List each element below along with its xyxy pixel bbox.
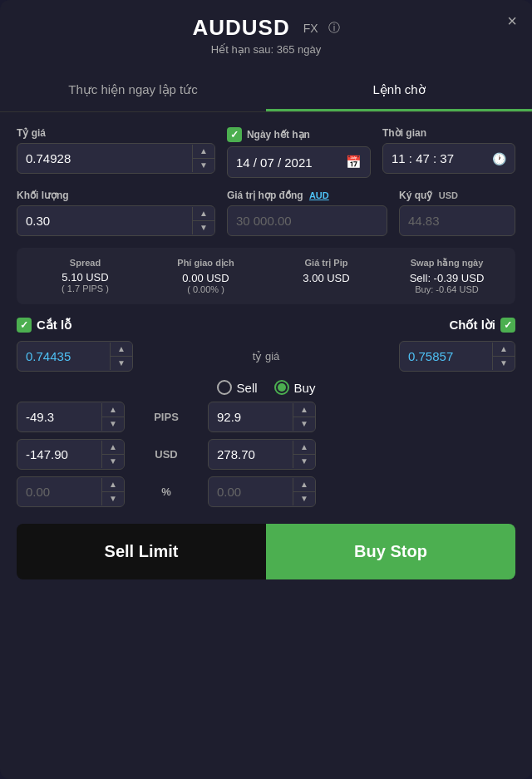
pip-value: 3.00 USD — [266, 272, 387, 284]
kyquy-input[interactable] — [399, 205, 515, 236]
form-body: Tỷ giá ▲ ▼ Ngày hết hạn 14 / 07 / 2021 — [0, 112, 532, 594]
sell-option[interactable]: Sell — [217, 380, 258, 395]
modal-header: AUDUSD FX ⓘ Hết hạn sau: 365 ngày × — [0, 0, 532, 62]
tygiai-stepper: ▲ ▼ — [192, 145, 214, 172]
pct-right-down[interactable]: ▼ — [293, 492, 315, 505]
tp-up[interactable]: ▲ — [493, 343, 515, 356]
sell-buy-row: Sell Buy — [17, 380, 515, 395]
usd-right-up[interactable]: ▲ — [293, 441, 315, 454]
tab-pending[interactable]: Lệnh chờ — [266, 71, 532, 111]
stat-swap: Swap hằng ngày Sell: -0.39 USD Buy: -0.6… — [387, 258, 507, 294]
pct-left-input[interactable] — [17, 477, 101, 506]
tygiai-up[interactable]: ▲ — [193, 145, 214, 158]
sl-checkbox[interactable] — [17, 318, 32, 333]
usd-right-down[interactable]: ▼ — [293, 455, 315, 468]
thoigian-group: Thời gian 11 : 47 : 37 🕐 — [382, 127, 515, 174]
pct-right-up[interactable]: ▲ — [293, 478, 315, 491]
kyquy-group: Ký quỹ USD — [399, 190, 515, 236]
buy-label: Buy — [294, 381, 316, 395]
clock-icon: 🕐 — [492, 152, 506, 165]
swap-sell: Sell: -0.39 USD — [387, 272, 507, 284]
tp-checkbox[interactable] — [500, 318, 515, 333]
tp-input-group: ▲ ▼ — [399, 341, 515, 372]
khoi-input[interactable] — [17, 206, 192, 235]
usd-left-group: ▲ ▼ — [17, 439, 125, 470]
pips-row: ▲ ▼ PIPS ▲ ▼ — [17, 402, 515, 432]
sl-stepper: ▲ ▼ — [110, 343, 132, 370]
ngay-input-box[interactable]: 14 / 07 / 2021 📅 — [227, 146, 371, 178]
tygiai-input[interactable] — [17, 144, 192, 173]
ngay-label: Ngày hết hạn — [247, 129, 310, 141]
khoi-up[interactable]: ▲ — [193, 207, 214, 220]
sell-label: Sell — [237, 381, 258, 395]
usd-center-label: USD — [133, 448, 200, 461]
giahop-label: Giá trị hợp đồng AUD — [227, 190, 387, 201]
ngay-checkbox[interactable] — [227, 127, 242, 142]
calendar-icon: 📅 — [346, 155, 362, 170]
sl-down[interactable]: ▼ — [111, 357, 132, 370]
sl-label-text: Cắt lỗ — [37, 318, 71, 333]
tygiai-input-stepper: ▲ ▼ — [17, 143, 215, 174]
pct-right-input[interactable] — [209, 477, 293, 506]
khoi-stepper-btns: ▲ ▼ — [192, 207, 214, 234]
buy-radio[interactable] — [274, 380, 289, 395]
pct-left-down[interactable]: ▼ — [102, 492, 124, 505]
sell-limit-button[interactable]: Sell Limit — [17, 524, 266, 579]
pct-left-group: ▲ ▼ — [17, 476, 125, 507]
kyquy-label: Ký quỹ USD — [399, 190, 515, 201]
spread-value: 5.10 USD — [25, 271, 145, 283]
swap-buy: Buy: -0.64 USD — [387, 284, 507, 294]
pct-right-stepper: ▲ ▼ — [293, 478, 315, 505]
pct-left-stepper: ▲ ▼ — [101, 478, 124, 505]
pct-left-up[interactable]: ▲ — [102, 478, 124, 491]
sl-tp-center-label: tỷ giá — [141, 350, 391, 362]
giahop-currency[interactable]: AUD — [309, 190, 329, 200]
khoi-down[interactable]: ▼ — [193, 221, 214, 234]
stats-row: Spread 5.10 USD ( 1.7 PIPS ) Phí giao dị… — [17, 248, 515, 304]
usd-left-down[interactable]: ▼ — [102, 455, 124, 468]
pips-right-stepper: ▲ ▼ — [293, 403, 315, 431]
pips-right-down[interactable]: ▼ — [293, 417, 315, 431]
tab-bar: Thực hiện ngay lập tức Lệnh chờ — [0, 71, 532, 112]
sell-radio[interactable] — [217, 380, 232, 395]
fx-badge: FX — [303, 22, 318, 35]
usd-left-up[interactable]: ▲ — [102, 441, 124, 454]
pips-center-label: PIPS — [133, 411, 200, 423]
tygiai-down[interactable]: ▼ — [193, 159, 214, 172]
tp-down[interactable]: ▼ — [493, 357, 515, 370]
tab-immediate[interactable]: Thực hiện ngay lập tức — [0, 71, 266, 111]
stat-pip: Giá trị Pip 3.00 USD — [266, 258, 387, 294]
pct-center-label: % — [133, 486, 200, 498]
pips-left-up[interactable]: ▲ — [102, 403, 124, 417]
giahop-input[interactable] — [227, 205, 387, 236]
tygiai-label: Tỷ giá — [17, 127, 215, 139]
buy-stop-button[interactable]: Buy Stop — [266, 524, 515, 579]
usd-left-input[interactable] — [17, 440, 101, 469]
pips-left-down[interactable]: ▼ — [102, 417, 124, 431]
pips-right-input[interactable] — [209, 402, 293, 431]
sl-input[interactable] — [17, 342, 110, 371]
sl-up[interactable]: ▲ — [111, 343, 132, 356]
spread-sub: ( 1.7 PIPS ) — [25, 283, 145, 293]
close-button[interactable]: × — [507, 12, 517, 31]
pips-left-stepper: ▲ ▼ — [101, 403, 124, 431]
khoi-label: Khối lượng — [17, 190, 215, 201]
row-khoi-gia-kyquy: Khối lượng ▲ ▼ Giá trị hợp đồng AUD — [17, 190, 515, 236]
row-tygiai-ngay-thoigian: Tỷ giá ▲ ▼ Ngày hết hạn 14 / 07 / 2021 — [17, 127, 515, 178]
pip-label: Giá trị Pip — [266, 258, 387, 269]
tp-label-group: Chốt lời — [450, 318, 516, 333]
buy-option[interactable]: Buy — [274, 380, 316, 395]
usd-row: ▲ ▼ USD ▲ ▼ — [17, 439, 515, 470]
pips-right-group: ▲ ▼ — [208, 402, 316, 432]
percent-row: ▲ ▼ % ▲ ▼ — [17, 476, 515, 507]
thoigian-value: 11 : 47 : 37 — [392, 151, 485, 165]
pips-left-input[interactable] — [17, 402, 101, 431]
sl-tp-inputs: ▲ ▼ tỷ giá ▲ ▼ — [17, 341, 515, 372]
info-icon[interactable]: ⓘ — [328, 21, 340, 36]
sl-input-group: ▲ ▼ — [17, 341, 133, 372]
thoigian-label: Thời gian — [382, 127, 515, 139]
usd-right-input[interactable] — [209, 440, 293, 469]
pips-right-up[interactable]: ▲ — [293, 403, 315, 417]
tp-input[interactable] — [400, 342, 492, 371]
thoigian-input-box[interactable]: 11 : 47 : 37 🕐 — [382, 143, 515, 174]
